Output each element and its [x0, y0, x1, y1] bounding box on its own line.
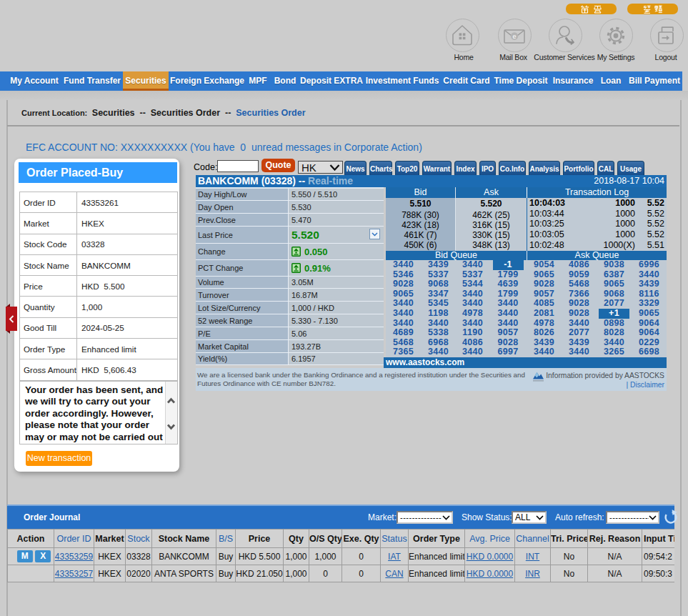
svg-text:e: e — [512, 32, 516, 39]
